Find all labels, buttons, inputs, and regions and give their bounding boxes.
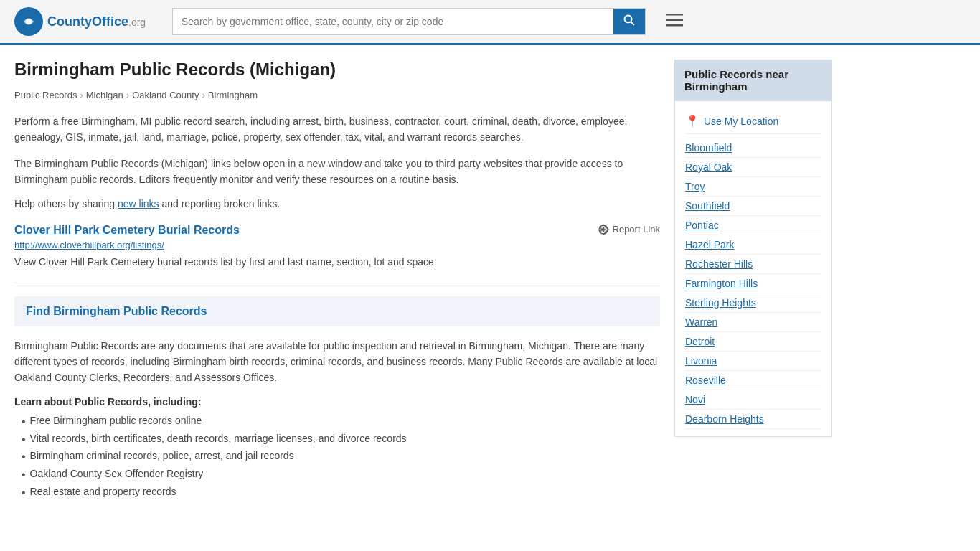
svg-rect-5 — [666, 19, 683, 22]
menu-button[interactable] — [660, 9, 689, 34]
record-header: Clover Hill Park Cemetery Burial Records… — [14, 224, 660, 240]
description-1: Perform a free Birmingham, MI public rec… — [14, 113, 660, 146]
list-item: Free Birmingham public records online — [22, 413, 660, 431]
record-description: View Clover Hill Park Cemetery burial re… — [14, 255, 660, 270]
logo[interactable]: CountyOffice.org — [14, 7, 158, 36]
svg-rect-6 — [666, 24, 683, 27]
site-header: CountyOffice.org — [0, 0, 980, 45]
use-location-label: Use My Location — [704, 116, 778, 127]
main-container: Birmingham Public Records (Michigan) Pub… — [0, 45, 980, 517]
sidebar-link-royal-oak[interactable]: Royal Oak — [685, 158, 821, 177]
new-links-link[interactable]: new links — [118, 198, 159, 209]
search-input[interactable] — [173, 10, 613, 33]
learn-heading: Learn about Public Records, including: — [14, 396, 660, 408]
location-icon: 📍 — [685, 114, 699, 128]
sidebar-link-detroit[interactable]: Detroit — [685, 332, 821, 352]
sidebar-link-livonia[interactable]: Livonia — [685, 352, 821, 371]
sidebar-link-troy[interactable]: Troy — [685, 177, 821, 197]
sidebar-link-southfield[interactable]: Southfield — [685, 197, 821, 216]
sidebar-link-hazel-park[interactable]: Hazel Park — [685, 235, 821, 255]
sidebar-title: Public Records near Birmingham — [674, 60, 832, 101]
record-title[interactable]: Clover Hill Park Cemetery Burial Records — [14, 224, 240, 237]
list-item: Real estate and property records — [22, 484, 660, 502]
sidebar-link-farmington-hills[interactable]: Farmington Hills — [685, 274, 821, 293]
new-links-text: Help others by sharing new links and rep… — [14, 198, 660, 209]
sidebar-link-roseville[interactable]: Roseville — [685, 371, 821, 390]
sidebar-link-dearborn-heights[interactable]: Dearborn Heights — [685, 410, 821, 429]
breadcrumb-birmingham[interactable]: Birmingham — [208, 90, 258, 100]
report-link-label: Report Link — [613, 224, 660, 235]
sidebar-link-novi[interactable]: Novi — [685, 390, 821, 410]
svg-line-3 — [631, 22, 635, 26]
learn-list: Free Birmingham public records online Vi… — [14, 413, 660, 502]
report-link-button[interactable]: Report Link — [598, 224, 660, 235]
breadcrumb: Public Records › Michigan › Oakland Coun… — [14, 90, 660, 100]
logo-icon — [14, 7, 43, 36]
find-section-heading: Find Birmingham Public Records — [26, 305, 649, 318]
search-area — [172, 8, 646, 35]
record-entry: Clover Hill Park Cemetery Burial Records… — [14, 224, 660, 283]
page-title: Birmingham Public Records (Michigan) — [14, 60, 660, 80]
logo-text: CountyOffice.org — [47, 14, 146, 29]
find-section: Find Birmingham Public Records — [14, 296, 660, 326]
svg-point-1 — [26, 19, 32, 24]
sidebar-body: 📍 Use My Location Bloomfield Royal Oak T… — [674, 101, 832, 437]
content-area: Birmingham Public Records (Michigan) Pub… — [14, 60, 660, 502]
sidebar-link-sterling-heights[interactable]: Sterling Heights — [685, 293, 821, 313]
breadcrumb-oakland-county[interactable]: Oakland County — [132, 90, 199, 100]
svg-rect-4 — [666, 14, 683, 16]
sidebar: Public Records near Birmingham 📍 Use My … — [674, 60, 832, 502]
list-item: Oakland County Sex Offender Registry — [22, 466, 660, 484]
find-info-text: Birmingham Public Records are any docume… — [14, 338, 660, 386]
sidebar-link-bloomfield[interactable]: Bloomfield — [685, 138, 821, 158]
breadcrumb-michigan[interactable]: Michigan — [86, 90, 123, 100]
sidebar-link-rochester-hills[interactable]: Rochester Hills — [685, 255, 821, 274]
breadcrumb-public-records[interactable]: Public Records — [14, 90, 77, 100]
sidebar-link-warren[interactable]: Warren — [685, 313, 821, 332]
use-my-location-link[interactable]: 📍 Use My Location — [685, 108, 821, 134]
sidebar-link-pontiac[interactable]: Pontiac — [685, 216, 821, 235]
record-url[interactable]: http://www.cloverhillpark.org/listings/ — [14, 240, 660, 250]
description-2: The Birmingham Public Records (Michigan)… — [14, 156, 660, 188]
svg-point-2 — [625, 16, 632, 23]
list-item: Vital records, birth certificates, death… — [22, 431, 660, 449]
list-item: Birmingham criminal records, police, arr… — [22, 448, 660, 466]
search-button[interactable] — [613, 9, 645, 34]
